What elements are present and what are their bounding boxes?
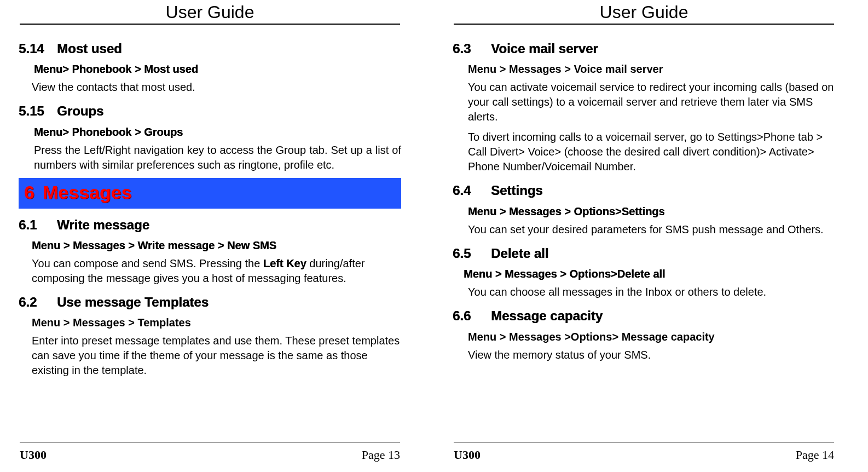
heading-6-1: 6.1Write message <box>19 216 401 234</box>
heading-number: 6.2 <box>19 293 57 311</box>
footer-model: U300 <box>454 448 481 462</box>
heading-6-5: 6.5Delete all <box>453 245 835 262</box>
paragraph: You can set your desired parameters for … <box>468 222 835 237</box>
heading-5-15: 5.15Groups <box>19 102 401 120</box>
menu-path-6-6: Menu > Messages >Options> Message capaci… <box>468 330 835 344</box>
heading-6-6: 6.6Message capacity <box>453 307 835 325</box>
chapter-banner-6: 6Messages <box>19 178 401 209</box>
heading-number: 5.15 <box>19 102 57 120</box>
text: You can compose and send SMS. Pressing t… <box>32 257 263 269</box>
page-header-right: User Guide <box>454 0 834 25</box>
heading-title: Settings <box>491 183 543 198</box>
page-header-left: User Guide <box>20 0 400 25</box>
paragraph: Enter into preset message templates and … <box>32 333 401 378</box>
paragraph: To divert incoming calls to a voicemail … <box>468 130 835 174</box>
heading-title: Groups <box>57 103 103 118</box>
heading-title: Voice mail server <box>491 41 598 56</box>
heading-6-4: 6.4Settings <box>453 182 835 199</box>
heading-number: 6.4 <box>453 182 491 199</box>
footer-page-number: Page 14 <box>796 448 834 462</box>
page-right: User Guide 6.3Voice mail server Menu > M… <box>434 0 868 472</box>
heading-6-2: 6.2Use message Templates <box>19 293 401 311</box>
paragraph: You can compose and send SMS. Pressing t… <box>32 256 401 286</box>
page-spread: User Guide 5.14Most used Menu> Phonebook… <box>0 0 868 472</box>
heading-number: 6.6 <box>453 307 491 325</box>
page-footer-left: U300 Page 13 <box>20 442 400 462</box>
paragraph: You can choose all messages in the Inbox… <box>468 285 835 300</box>
heading-title: Write message <box>57 217 149 232</box>
page-left: User Guide 5.14Most used Menu> Phonebook… <box>0 0 434 472</box>
heading-number: 6.1 <box>19 216 57 234</box>
chapter-title: Messages <box>43 182 132 203</box>
paragraph: View the contacts that most used. <box>32 80 401 95</box>
footer-page-number: Page 13 <box>362 448 400 462</box>
content-left: 5.14Most used Menu> Phonebook > Most use… <box>19 32 401 442</box>
page-footer-right: U300 Page 14 <box>454 442 834 462</box>
menu-path-6-1: Menu > Messages > Write message > New SM… <box>32 238 401 253</box>
heading-title: Message capacity <box>491 308 603 323</box>
heading-title: Use message Templates <box>57 295 209 309</box>
footer-model: U300 <box>20 448 47 462</box>
paragraph: View the memory status of your SMS. <box>468 348 835 362</box>
keycap-left-key: Left Key <box>263 257 306 269</box>
menu-path-5-14: Menu> Phonebook > Most used <box>34 62 401 77</box>
menu-path-6-4: Menu > Messages > Options>Settings <box>468 204 835 219</box>
menu-path-6-2: Menu > Messages > Templates <box>32 315 401 330</box>
chapter-number: 6 <box>24 180 43 205</box>
content-right: 6.3Voice mail server Menu > Messages > V… <box>453 32 835 442</box>
menu-path-6-3: Menu > Messages > Voice mail server <box>468 62 835 77</box>
heading-6-3: 6.3Voice mail server <box>453 40 835 57</box>
heading-title: Most used <box>57 41 122 56</box>
heading-title: Delete all <box>491 246 548 261</box>
paragraph: You can activate voicemail service to re… <box>468 80 835 124</box>
heading-number: 6.5 <box>453 245 491 262</box>
menu-path-5-15: Menu> Phonebook > Groups <box>34 125 401 140</box>
paragraph: Press the Left/Right navigation key to a… <box>34 143 401 172</box>
heading-5-14: 5.14Most used <box>19 40 401 57</box>
heading-number: 5.14 <box>19 40 57 57</box>
heading-number: 6.3 <box>453 40 491 57</box>
menu-path-6-5: Menu > Messages > Options>Delete all <box>464 267 835 281</box>
